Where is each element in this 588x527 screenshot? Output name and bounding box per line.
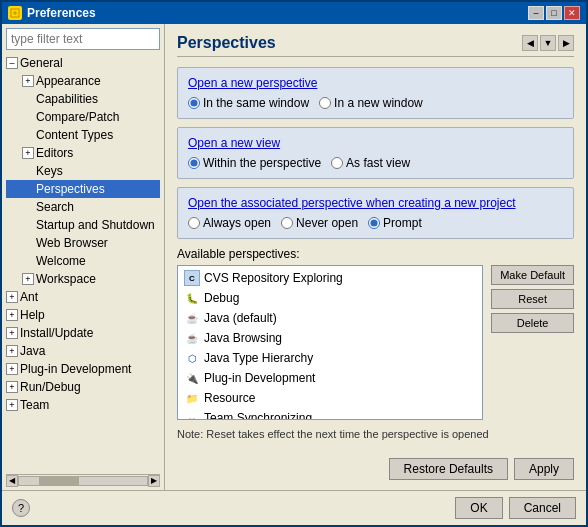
associated-title: Open the associated perspective when cre… [188,196,563,210]
radio-within-perspective[interactable]: Within the perspective [188,156,321,170]
expand-icon-plugin[interactable]: + [6,363,18,375]
delete-button[interactable]: Delete [491,313,574,333]
nav-back-button[interactable]: ◀ [522,35,538,51]
list-item[interactable]: ⬡ Java Type Hierarchy [180,348,480,368]
tree-item-install[interactable]: + Install/Update [6,324,160,342]
expand-icon-ant[interactable]: + [6,291,18,303]
list-item[interactable]: 🐛 Debug [180,288,480,308]
list-item[interactable]: ↔ Team Synchronizing [180,408,480,420]
tree-item-compare[interactable]: Compare/Patch [6,108,160,126]
radio-prompt[interactable]: Prompt [368,216,422,230]
radio-within-perspective-input[interactable] [188,157,200,169]
tree-item-content[interactable]: Content Types [6,126,160,144]
apply-button[interactable]: Apply [514,458,574,480]
reset-button[interactable]: Reset [491,289,574,309]
tree-item-startup[interactable]: Startup and Shutdown [6,216,160,234]
radio-prompt-input[interactable] [368,217,380,229]
bottom-right: OK Cancel [455,497,576,519]
radio-always-open-input[interactable] [188,217,200,229]
tree-item-editors[interactable]: + Editors [6,144,160,162]
tree-item-help[interactable]: + Help [6,306,160,324]
tree-label-keys: Keys [36,164,63,178]
nav-dropdown-button[interactable]: ▼ [540,35,556,51]
tree-item-rundebug[interactable]: + Run/Debug [6,378,160,396]
perspective-name: Java Browsing [204,331,282,345]
list-item[interactable]: C CVS Repository Exploring [180,268,480,288]
expand-icon-java[interactable]: + [6,345,18,357]
radio-same-window[interactable]: In the same window [188,96,309,110]
tree-item-perspectives[interactable]: Perspectives [6,180,160,198]
radio-fast-view-input[interactable] [331,157,343,169]
expand-icon-appearance[interactable]: + [22,75,34,87]
new-perspective-title: Open a new perspective [188,76,563,90]
tree-item-workspace[interactable]: + Workspace [6,270,160,288]
expand-icon-install[interactable]: + [6,327,18,339]
tree-item-plugin[interactable]: + Plug-in Development [6,360,160,378]
hierarchy-icon: ⬡ [184,350,200,366]
radio-fast-view[interactable]: As fast view [331,156,410,170]
maximize-button[interactable]: □ [546,6,562,20]
associated-options: Always open Never open Prompt [188,216,563,230]
scroll-left-arrow[interactable]: ◀ [6,475,18,487]
list-item[interactable]: ☕ Java (default) [180,308,480,328]
ok-button[interactable]: OK [455,497,502,519]
tree-label-install: Install/Update [20,326,93,340]
tree-label-workspace: Workspace [36,272,96,286]
radio-new-window[interactable]: In a new window [319,96,423,110]
expand-icon-rundebug[interactable]: + [6,381,18,393]
scrollbar-thumb[interactable] [39,477,79,485]
expand-icon-editors[interactable]: + [22,147,34,159]
cancel-button[interactable]: Cancel [509,497,576,519]
tree-item-appearance[interactable]: + Appearance [6,72,160,90]
perspectives-list[interactable]: C CVS Repository Exploring 🐛 Debug ☕ Jav… [177,265,483,420]
radio-prompt-label: Prompt [383,216,422,230]
expand-icon-team[interactable]: + [6,399,18,411]
perspective-name: Java (default) [204,311,277,325]
list-item[interactable]: ☕ Java Browsing [180,328,480,348]
titlebar-left: Preferences [8,6,96,20]
java-icon: ☕ [184,310,200,326]
tree-label-help: Help [20,308,45,322]
associated-section: Open the associated perspective when cre… [177,187,574,239]
radio-fast-view-label: As fast view [346,156,410,170]
page-title-text: Perspectives [177,34,276,52]
list-item[interactable]: 🔌 Plug-in Development [180,368,480,388]
tree-item-general[interactable]: – General [6,54,160,72]
make-default-button[interactable]: Make Default [491,265,574,285]
minimize-button[interactable]: – [528,6,544,20]
help-icon[interactable]: ? [12,499,30,517]
main-content: – General + Appearance Capabilities [2,24,586,490]
radio-new-window-input[interactable] [319,97,331,109]
radio-never-open-input[interactable] [281,217,293,229]
tree-item-welcome[interactable]: Welcome [6,252,160,270]
tree-item-java[interactable]: + Java [6,342,160,360]
tree-item-keys[interactable]: Keys [6,162,160,180]
new-perspective-options: In the same window In a new window [188,96,563,110]
tree-item-capabilities[interactable]: Capabilities [6,90,160,108]
expand-icon-workspace[interactable]: + [22,273,34,285]
tree-label-welcome: Welcome [36,254,86,268]
tree-item-webbrowser[interactable]: Web Browser [6,234,160,252]
tree-label-rundebug: Run/Debug [20,380,81,394]
close-button[interactable]: ✕ [564,6,580,20]
tree-item-ant[interactable]: + Ant [6,288,160,306]
radio-always-open[interactable]: Always open [188,216,271,230]
tree-label-plugin: Plug-in Development [20,362,131,376]
radio-always-open-label: Always open [203,216,271,230]
nav-forward-button[interactable]: ▶ [558,35,574,51]
expand-icon-general[interactable]: – [6,57,18,69]
list-item[interactable]: 📁 Resource [180,388,480,408]
tree-label-content: Content Types [36,128,113,142]
tree-item-team[interactable]: + Team [6,396,160,414]
radio-same-window-input[interactable] [188,97,200,109]
scrollbar-track[interactable] [18,476,148,486]
restore-defaults-button[interactable]: Restore Defaults [389,458,508,480]
expand-icon-help[interactable]: + [6,309,18,321]
perspective-name: Plug-in Development [204,371,315,385]
tree-item-search[interactable]: Search [6,198,160,216]
filter-input[interactable] [6,28,160,50]
radio-never-open[interactable]: Never open [281,216,358,230]
titlebar: Preferences – □ ✕ [2,2,586,24]
tree-scrollbar[interactable]: ◀ ▶ [6,474,160,486]
scroll-right-arrow[interactable]: ▶ [148,475,160,487]
